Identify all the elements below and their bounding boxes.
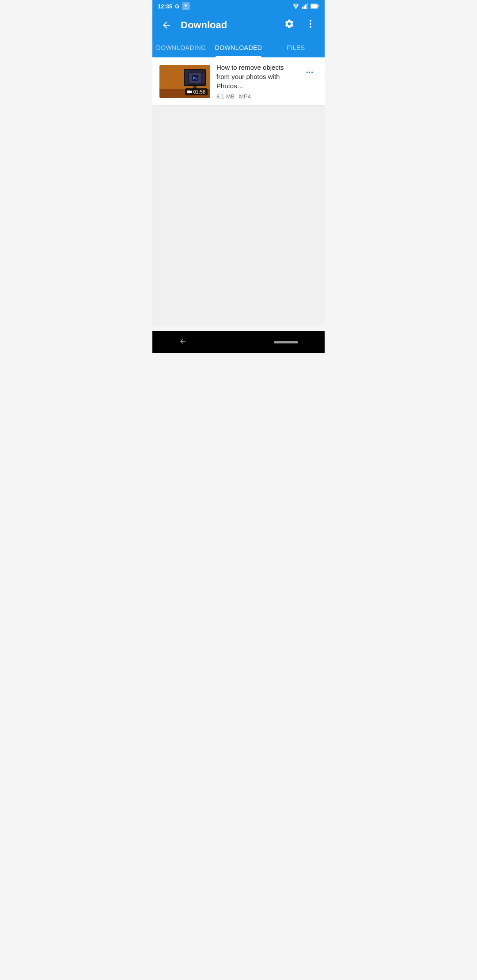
svg-rect-10 [311, 4, 317, 8]
content-area: Ps 01:56 How to remove objects from yo [152, 57, 325, 353]
svg-rect-5 [304, 6, 305, 9]
item-more-options-button[interactable] [302, 64, 318, 80]
wifi-icon [292, 3, 300, 9]
battery-icon [310, 3, 319, 9]
svg-text:Ps: Ps [193, 76, 197, 80]
svg-rect-4 [302, 7, 303, 9]
video-duration: 01:56 [185, 88, 208, 95]
svg-rect-1 [185, 5, 187, 6]
status-left: 12:35 G [158, 2, 190, 10]
svg-point-32 [311, 72, 313, 73]
svg-rect-23 [188, 70, 205, 72]
video-info: How to remove objects from your photos w… [216, 63, 295, 100]
svg-point-30 [307, 72, 308, 73]
video-list-item[interactable]: Ps 01:56 How to remove objects from yo [152, 57, 325, 106]
app-bar: Download [152, 12, 325, 38]
video-title: How to remove objects from your photos w… [216, 63, 295, 90]
svg-point-31 [309, 72, 310, 73]
settings-button[interactable] [282, 17, 296, 34]
svg-rect-7 [307, 3, 308, 9]
empty-content-area [152, 106, 325, 326]
status-right [292, 3, 319, 9]
video-format: MP4 [239, 93, 251, 100]
nav-back-button[interactable] [179, 337, 187, 347]
tabs-bar: Downloading Downloaded Files [152, 38, 325, 57]
more-options-button[interactable] [303, 17, 318, 34]
status-bar: 12:35 G [152, 0, 325, 12]
svg-marker-29 [190, 90, 192, 93]
app-bar-actions [282, 17, 318, 34]
video-thumbnail: Ps 01:56 [159, 65, 210, 98]
video-camera-icon [187, 90, 192, 94]
signal-icon [302, 3, 308, 9]
svg-point-11 [310, 20, 311, 22]
google-icon: G [175, 3, 179, 10]
back-button[interactable] [159, 18, 174, 32]
video-file-size: 8.1 MB [216, 93, 235, 100]
svg-rect-22 [185, 70, 188, 85]
video-meta: 8.1 MB MP4 [216, 93, 295, 100]
svg-point-3 [295, 8, 296, 9]
tab-downloading[interactable]: Downloading [152, 38, 210, 57]
tab-downloaded[interactable]: Downloaded [210, 38, 267, 57]
app-container: 12:35 G [152, 0, 325, 353]
svg-rect-9 [318, 5, 318, 7]
tab-files[interactable]: Files [267, 38, 325, 57]
navigation-bar [152, 331, 325, 353]
notification-icon [182, 2, 190, 10]
svg-rect-2 [185, 6, 187, 7]
nav-home-pill[interactable] [274, 341, 298, 343]
svg-rect-28 [187, 90, 190, 93]
svg-rect-6 [305, 4, 307, 9]
svg-rect-27 [202, 73, 205, 83]
svg-point-12 [310, 23, 311, 25]
page-title: Download [181, 19, 275, 31]
status-time: 12:35 [158, 3, 172, 10]
svg-point-13 [310, 26, 311, 28]
